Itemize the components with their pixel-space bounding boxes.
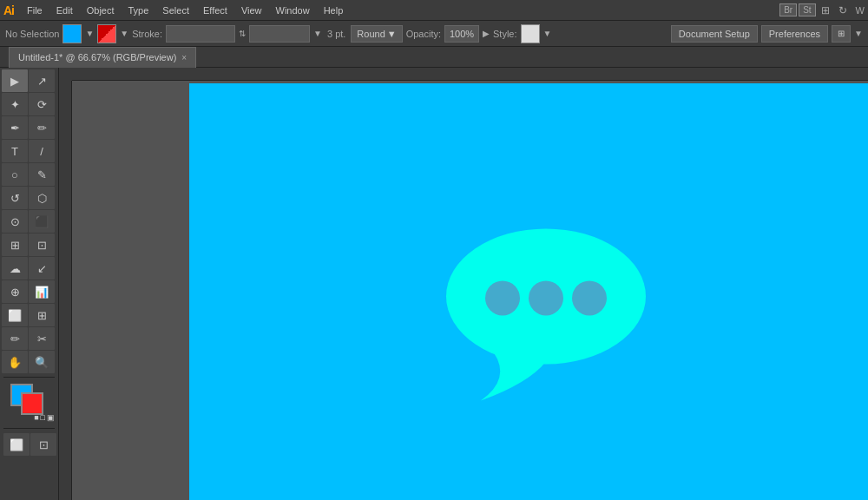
arrange-icon-button[interactable]: ⊞ xyxy=(832,25,851,43)
gradient-icon[interactable]: ▣ xyxy=(47,413,55,422)
tool-row-11: ⬜ ⊞ xyxy=(2,304,56,326)
fill-dropdown-arrow[interactable]: ▼ xyxy=(85,29,94,38)
symbol-sprayer-tool[interactable]: ⊕ xyxy=(2,280,28,303)
rotate-tool[interactable]: ↺ xyxy=(2,187,28,209)
bottom-tool-row-1: ⬜ ⊡ xyxy=(3,433,55,456)
window-label: W xyxy=(856,5,865,16)
shape-builder-tool[interactable]: ⊡ xyxy=(29,234,55,256)
change-screen-mode[interactable]: ⬜ xyxy=(3,433,30,456)
zoom-tool[interactable]: 🔍 xyxy=(29,351,55,373)
stroke-profile-selector[interactable] xyxy=(249,25,310,43)
opacity-input[interactable] xyxy=(444,25,479,43)
menu-edit[interactable]: Edit xyxy=(50,3,79,17)
warp-tool[interactable]: ⬛ xyxy=(29,210,55,233)
preferences-button[interactable]: Preferences xyxy=(761,25,828,43)
round-label: Round xyxy=(357,29,385,39)
stock-badge[interactable]: St xyxy=(799,3,815,16)
hand-tool[interactable]: ✋ xyxy=(2,351,28,373)
menu-effect[interactable]: Effect xyxy=(197,3,233,17)
perspective-selection-tool[interactable]: ↙ xyxy=(29,257,55,280)
tool-row-3: ✒ ✏ xyxy=(2,116,56,139)
tool-row-7: ⊙ ⬛ xyxy=(2,210,56,233)
reflect-tool[interactable]: ⬡ xyxy=(29,187,55,209)
style-arrow[interactable]: ▼ xyxy=(543,29,552,38)
color-icon[interactable]: ■ xyxy=(34,413,38,422)
tab-title: Untitled-1* @ 66.67% (RGB/Preview) xyxy=(18,52,176,62)
round-arrow[interactable]: ▼ xyxy=(387,29,397,39)
canvas-area xyxy=(59,68,868,500)
tool-row-13: ✋ 🔍 xyxy=(2,351,56,373)
tool-row-2: ✦ ⟳ xyxy=(2,93,56,115)
ruler-corner xyxy=(59,68,72,81)
menu-file[interactable]: File xyxy=(21,3,49,17)
tool-divider-1 xyxy=(3,377,55,378)
left-toolbar: ▶ ↗ ✦ ⟳ ✒ ✏ T / ○ ✎ ↺ ⬡ ⊙ ⬛ ⊞ ⊡ xyxy=(0,68,59,500)
menu-select[interactable]: Select xyxy=(156,3,195,17)
column-graph-tool[interactable]: 📊 xyxy=(29,280,55,303)
menu-window[interactable]: Window xyxy=(270,3,316,17)
document-tab[interactable]: Untitled-1* @ 66.67% (RGB/Preview) × xyxy=(9,47,196,68)
add-anchor-tool[interactable]: ✏ xyxy=(29,116,55,139)
ruler-h-ticks xyxy=(72,68,868,80)
bubble-dot-2 xyxy=(529,280,563,315)
tool-row-10: ⊕ 📊 xyxy=(2,280,56,303)
tab-close-button[interactable]: × xyxy=(181,53,187,62)
pen-tool[interactable]: ✒ xyxy=(2,116,28,139)
bubble-tail xyxy=(481,352,546,400)
direct-selection-tool[interactable]: ↗ xyxy=(29,69,55,92)
app-logo: Ai xyxy=(3,3,14,17)
style-label: Style: xyxy=(493,29,517,39)
document-setup-button[interactable]: Document Setup xyxy=(671,25,758,43)
stroke-profile-arrow[interactable]: ▼ xyxy=(313,29,322,38)
tool-row-5: ○ ✎ xyxy=(2,163,56,186)
artboard-tool[interactable]: ⬜ xyxy=(2,304,28,326)
none-icon[interactable]: □ xyxy=(41,413,45,422)
eraser-tool[interactable]: ✏ xyxy=(2,327,28,350)
style-swatch[interactable] xyxy=(521,24,540,43)
selection-label: No Selection xyxy=(5,29,59,39)
type-tool[interactable]: T xyxy=(2,140,28,162)
magic-wand-tool[interactable]: ✦ xyxy=(2,93,28,115)
chat-bubble-svg xyxy=(424,209,667,409)
stroke-spinner[interactable]: ⇅ xyxy=(239,29,246,38)
bridge-badge[interactable]: Br xyxy=(779,3,797,16)
scissors-tool[interactable]: ✂ xyxy=(29,327,55,350)
tool-row-8: ⊞ ⊡ xyxy=(2,234,56,256)
main-layout: ▶ ↗ ✦ ⟳ ✒ ✏ T / ○ ✎ ↺ ⬡ ⊙ ⬛ ⊞ ⊡ xyxy=(0,68,868,500)
fill-color-swatch[interactable] xyxy=(62,24,82,43)
slice-tool[interactable]: ⊞ xyxy=(29,304,55,326)
tool-row-12: ✏ ✂ xyxy=(2,327,56,350)
tool-row-1: ▶ ↗ xyxy=(2,69,56,92)
ellipse-tool[interactable]: ○ xyxy=(2,163,28,186)
menu-view[interactable]: View xyxy=(235,3,268,17)
horizontal-ruler xyxy=(59,68,868,81)
stroke-color-swatch[interactable] xyxy=(97,24,116,43)
width-tool[interactable]: ⊙ xyxy=(2,210,28,233)
stroke-dropdown-arrow[interactable]: ▼ xyxy=(120,29,128,38)
weight-pt-label: 3 pt. xyxy=(327,29,345,39)
bottom-tools: ⬜ ⊡ xyxy=(2,431,56,457)
opacity-more-arrow[interactable]: ▶ xyxy=(483,29,490,38)
tool-divider-2 xyxy=(3,428,55,429)
stroke-input[interactable] xyxy=(166,25,235,43)
grid-icon[interactable]: ⊞ xyxy=(821,4,830,16)
menu-object[interactable]: Object xyxy=(81,3,121,17)
arrange-arrow[interactable]: ▼ xyxy=(854,29,863,38)
stroke-swatch[interactable] xyxy=(21,392,43,415)
draw-inside-tool[interactable]: ⊡ xyxy=(30,433,56,456)
menu-type[interactable]: Type xyxy=(122,3,155,17)
vertical-ruler xyxy=(59,81,72,500)
free-transform-tool[interactable]: ⊞ xyxy=(2,234,28,256)
menu-help[interactable]: Help xyxy=(318,3,350,17)
tool-row-4: T / xyxy=(2,140,56,162)
tool-row-9: ☁ ↙ xyxy=(2,257,56,280)
perspective-grid-tool[interactable]: ☁ xyxy=(2,257,28,280)
sync-icon[interactable]: ↻ xyxy=(838,4,847,16)
selection-tool[interactable]: ▶ xyxy=(2,69,28,92)
opacity-label: Opacity: xyxy=(406,29,441,39)
line-tool[interactable]: / xyxy=(29,140,55,162)
paintbrush-tool[interactable]: ✎ xyxy=(29,163,55,186)
lasso-tool[interactable]: ⟳ xyxy=(29,93,55,115)
round-button[interactable]: Round ▼ xyxy=(351,25,402,43)
color-tools: ■ □ ▣ xyxy=(2,384,56,422)
